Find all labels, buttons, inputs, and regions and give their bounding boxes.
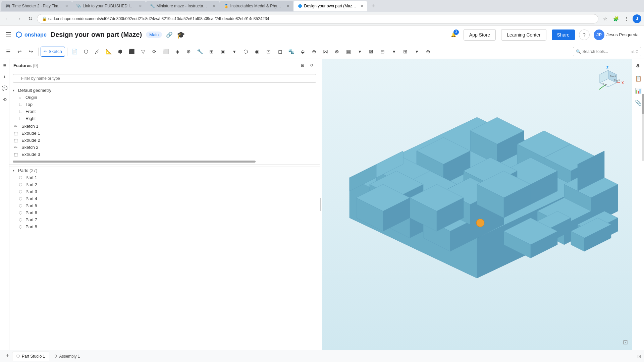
tool-12[interactable]: 🔧 — [195, 46, 206, 57]
tool-25[interactable]: ⊠ — [366, 46, 377, 57]
feature-settings-btn[interactable]: ⟳ — [308, 62, 316, 69]
tool-5[interactable]: ⬢ — [115, 46, 126, 57]
add-feature-btn[interactable]: ⊞ — [299, 62, 306, 69]
url-bar[interactable]: 🔒 cad.onshape.com/documents/cf067de300b0… — [37, 14, 598, 23]
back-button[interactable]: ← — [3, 14, 12, 23]
tree-feature-extrude3[interactable]: ⬚ Extrude 3 — [9, 151, 320, 158]
redo-button[interactable]: ↪ — [25, 46, 36, 57]
list-item[interactable]: ⬡ Part 2 — [9, 181, 320, 188]
right-icon-1[interactable]: 👁 — [634, 62, 643, 71]
user-avatar[interactable]: JP — [594, 29, 604, 40]
list-item[interactable]: ⬡ Part 7 — [9, 216, 320, 223]
tool-16[interactable]: ◉ — [252, 46, 263, 57]
tool-28[interactable]: ⊕ — [423, 46, 434, 57]
tab-instructables[interactable]: 🏅 Instructables Medal & Physical C... ✕ — [220, 1, 293, 11]
graduation-icon[interactable]: 🎓 — [177, 31, 185, 39]
tab-miniature[interactable]: 🔧 Miniature maze - Instructables ✕ — [146, 1, 220, 11]
tree-item-top[interactable]: ☐ Top — [9, 101, 320, 108]
list-item[interactable]: ⬡ Part 4 — [9, 195, 320, 202]
tool-26[interactable]: ⊟ — [377, 46, 388, 57]
search-tools[interactable]: 🔍 alt C — [573, 47, 641, 56]
tool-2[interactable]: ⬡ — [81, 46, 92, 57]
new-tab-button[interactable]: + — [369, 1, 378, 11]
list-item[interactable]: ⬡ Part 5 — [9, 202, 320, 209]
forward-button[interactable]: → — [14, 14, 23, 23]
tab-close-5[interactable]: ✕ — [360, 4, 363, 8]
tool-13[interactable]: ⊞ — [206, 46, 217, 57]
tool-7[interactable]: ▽ — [138, 46, 149, 57]
tool-dropdown[interactable]: ▾ — [229, 46, 240, 57]
browser-profile[interactable]: J — [633, 14, 641, 23]
tab-part-studio[interactable]: ⬡ Part Studio 1 — [12, 352, 49, 361]
tool-1[interactable]: 📄 — [69, 46, 80, 57]
tab-close-4[interactable]: ✕ — [286, 4, 289, 8]
tool-4[interactable]: 📐 — [104, 46, 114, 57]
list-item[interactable]: ⬡ Part 1 — [9, 174, 320, 181]
right-icon-2[interactable]: 📋 — [634, 74, 643, 83]
list-item[interactable]: ⬡ Part 6 — [9, 209, 320, 216]
history-icon[interactable]: ⟲ — [1, 96, 8, 103]
tree-feature-extrude2[interactable]: ⬚ Extrude 2 — [9, 137, 320, 144]
share-button[interactable]: Share — [552, 29, 575, 40]
tab-close-1[interactable]: ✕ — [65, 4, 68, 8]
undo-button[interactable]: ↩ — [14, 46, 25, 57]
add-tab-button[interactable]: + — [3, 352, 12, 361]
tool-6[interactable]: ⬛ — [126, 46, 137, 57]
scrollbar-thumb[interactable] — [13, 161, 256, 163]
tool-3[interactable]: 🖊 — [92, 46, 103, 57]
app-store-button[interactable]: App Store — [464, 29, 496, 41]
link-icon[interactable]: 🔗 — [166, 32, 173, 38]
tool-11[interactable]: ⊕ — [183, 46, 194, 57]
tool-17[interactable]: ⊡ — [263, 46, 274, 57]
settings-icon[interactable]: ⋮ — [622, 14, 631, 23]
tool-19[interactable]: 🔩 — [286, 46, 297, 57]
tree-item-right[interactable]: ☐ Right — [9, 115, 320, 122]
search-tools-input[interactable] — [582, 49, 629, 54]
tab-link[interactable]: 📎 Link to your PUBLISHED Instr... ✕ — [72, 1, 146, 11]
tree-feature-sketch2[interactable]: ✏ Sketch 2 — [9, 144, 320, 151]
tool-20[interactable]: ⬙ — [298, 46, 308, 57]
notification-button[interactable]: 🔔 3 — [447, 29, 460, 41]
tool-dropdown-3[interactable]: ▾ — [389, 46, 399, 57]
tool-10[interactable]: ◈ — [172, 46, 183, 57]
filter-input[interactable] — [13, 74, 316, 83]
right-icon-4[interactable]: 📎 — [634, 98, 643, 107]
view-cube[interactable]: X Z Front Right Top — [590, 64, 627, 101]
tree-item-front[interactable]: ☐ Front — [9, 108, 320, 115]
hamburger-menu[interactable]: ☰ — [5, 31, 11, 39]
default-geometry-header[interactable]: ▾ Default geometry — [9, 87, 320, 94]
list-item[interactable]: ⬡ Part 3 — [9, 188, 320, 195]
tool-21[interactable]: ⊛ — [309, 46, 320, 57]
tool-24[interactable]: ▦ — [343, 46, 354, 57]
features-icon[interactable]: ≡ — [1, 62, 8, 69]
tab-close-3[interactable]: ✕ — [213, 4, 216, 8]
tool-27[interactable]: ⊞ — [400, 46, 411, 57]
bookmark-icon[interactable]: ☆ — [600, 14, 610, 23]
reload-button[interactable]: ↻ — [25, 14, 35, 23]
tool-dropdown-4[interactable]: ▾ — [412, 46, 422, 57]
tab-time-shooter[interactable]: 🎮 Time Shooter 2 · Play Tim... ✕ — [1, 1, 72, 11]
tool-15[interactable]: ⬡ — [240, 46, 251, 57]
tool-18[interactable]: ◻ — [275, 46, 285, 57]
extension-icon[interactable]: 🧩 — [611, 14, 621, 23]
panel-resize-handle[interactable] — [9, 164, 320, 165]
help-button[interactable]: ? — [579, 29, 590, 40]
learning-center-button[interactable]: Learning Center — [501, 29, 546, 41]
tab-design[interactable]: 🔷 Design your own part (Maze) | P... ✕ — [293, 1, 367, 11]
tool-dropdown-2[interactable]: ▾ — [355, 46, 365, 57]
tree-feature-extrude1[interactable]: ⬚ Extrude 1 — [9, 130, 320, 137]
tool-22[interactable]: ⋈ — [320, 46, 331, 57]
tool-8[interactable]: ⟳ — [149, 46, 160, 57]
add-icon[interactable]: + — [1, 73, 8, 80]
tree-feature-sketch1[interactable]: ✏ Sketch 1 — [9, 123, 320, 130]
sketch-tool[interactable]: ✏ Sketch — [41, 47, 65, 57]
tool-14[interactable]: ▣ — [218, 46, 228, 57]
tree-item-origin[interactable]: ○ Origin — [9, 94, 320, 101]
list-item[interactable]: ⬡ Part 8 — [9, 223, 320, 230]
tab-close-2[interactable]: ✕ — [139, 4, 142, 8]
tool-23[interactable]: ⊗ — [332, 46, 342, 57]
branch-badge[interactable]: Main — [146, 32, 162, 38]
toolbar-menu-btn[interactable]: ☰ — [3, 46, 13, 57]
viewport-settings-icon[interactable]: ⊡ — [623, 339, 628, 346]
comment-icon[interactable]: 💬 — [1, 84, 8, 92]
